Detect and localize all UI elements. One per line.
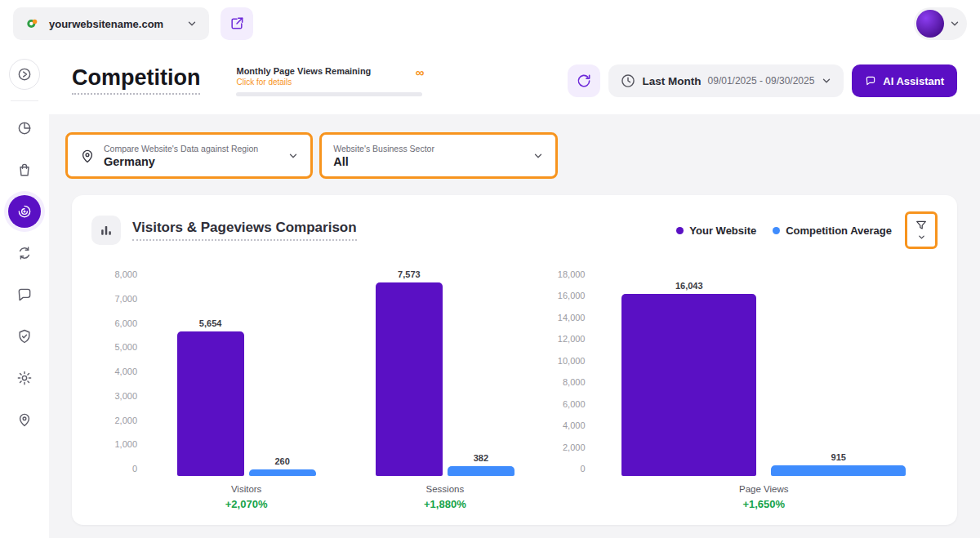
y-axis-tick: 6,000 [563, 399, 586, 409]
map-pin-icon [79, 148, 96, 164]
bar-column: 16,043 [621, 281, 756, 476]
region-filter-dropdown[interactable]: Compare Website's Data against Region Ge… [65, 132, 313, 179]
refresh-icon [576, 73, 592, 89]
avatar [916, 10, 944, 38]
y-axis-tick: 18,000 [558, 269, 586, 279]
date-range-selector[interactable]: Last Month 09/01/2025 - 09/30/2025 [608, 64, 844, 97]
chart-legend: Your Website Competition Average [676, 225, 892, 237]
open-site-button[interactable] [220, 7, 253, 40]
bar-value-label: 260 [274, 456, 289, 466]
chevron-down-icon [532, 150, 544, 162]
y-axis-tick: 12,000 [558, 334, 586, 344]
chevron-down-icon [287, 150, 299, 162]
y-axis-tick: 7,000 [114, 294, 137, 304]
legend-label: Competition Average [786, 225, 892, 237]
region-filter-label: Compare Website's Data against Region [104, 144, 258, 153]
sidebar [0, 47, 49, 538]
bar-column: 260 [249, 456, 316, 476]
period-range: 09/01/2025 - 09/30/2025 [708, 75, 815, 87]
sidebar-divider [11, 100, 38, 101]
chart-filter-button[interactable] [905, 211, 938, 249]
site-selector[interactable]: yourwebsitename.com [13, 7, 209, 40]
bar-value-label: 382 [474, 453, 488, 463]
settings-icon [16, 370, 33, 386]
category-label: Sessions [426, 484, 465, 494]
quota-details-link[interactable]: Click for details [236, 78, 422, 87]
clock-icon [620, 73, 636, 89]
sector-filter-dropdown[interactable]: Website's Business Sector All [319, 132, 558, 179]
bar-column: 5,654 [177, 318, 244, 476]
y-axis-tick: 8,000 [563, 377, 586, 387]
pie-chart-icon [16, 120, 33, 136]
category-label: Page Views [739, 484, 789, 494]
chat-icon [865, 75, 876, 87]
chevron-down-icon [949, 18, 960, 29]
topbar: yourwebsitename.com [0, 0, 980, 47]
bar-column: 915 [771, 452, 906, 476]
engagement-icon [16, 245, 33, 261]
legend-dot [773, 227, 780, 234]
chart-title: Visitors & Pageviews Comparison [132, 220, 357, 241]
y-axis-tick: 5,000 [114, 342, 137, 352]
y-axis-tick: 8,000 [114, 269, 137, 279]
geolocation-icon [16, 411, 33, 428]
y-axis-left: 8,0007,0006,0005,0004,0003,0002,0001,000… [96, 269, 147, 474]
sidebar-item-launch[interactable] [9, 59, 40, 90]
y-axis-tick: 4,000 [563, 420, 586, 430]
sidebar-item-ecommerce[interactable] [8, 153, 41, 186]
chart-group-page-views: 16,043915Page Views+1,650% [595, 269, 933, 510]
y-axis-tick: 10,000 [558, 356, 586, 366]
quota-progress-bar [236, 92, 422, 96]
main-content: Competition Monthly Page Views Remaining… [49, 0, 980, 525]
bar-chart-icon [91, 216, 121, 245]
sidebar-item-engagement[interactable] [8, 237, 41, 269]
external-link-icon [229, 16, 245, 32]
chevron-down-icon [186, 18, 198, 29]
security-icon [16, 328, 33, 345]
sidebar-item-security[interactable] [8, 320, 41, 353]
ai-assistant-button[interactable]: AI Assistant [852, 64, 957, 97]
sidebar-item-geolocation[interactable] [8, 403, 41, 436]
chart-group-visitors: 5,654260Visitors+2,070% [147, 269, 345, 510]
page-header: Competition Monthly Page Views Remaining… [49, 47, 980, 114]
region-filter-value: Germany [104, 155, 258, 168]
chart-group-sessions: 7,573382Sessions+1,880% [345, 269, 544, 510]
y-axis-tick: 4,000 [114, 367, 137, 376]
delta-label: +1,880% [424, 498, 466, 510]
site-logo-icon [24, 16, 41, 32]
bar-competition-average-sessions [448, 466, 514, 476]
legend-item-your-website[interactable]: Your Website [676, 225, 756, 237]
y-axis-tick: 2,000 [114, 416, 137, 425]
bar-chart: 8,0007,0006,0005,0004,0003,0002,0001,000… [91, 269, 938, 510]
bar-pair: 16,043915 [621, 269, 906, 476]
card-header: Visitors & Pageviews Comparison Your Web… [91, 211, 938, 249]
y-axis-tick: 1,000 [114, 439, 137, 449]
bar-column: 7,573 [376, 269, 443, 476]
shopping-bag-icon [16, 162, 33, 178]
bar-pair: 5,654260 [177, 269, 316, 476]
sidebar-item-overview[interactable] [8, 112, 41, 145]
site-name: yourwebsitename.com [49, 18, 163, 30]
delta-label: +1,650% [742, 498, 785, 510]
quota-label: Monthly Page Views Remaining [236, 66, 422, 76]
filters-row: Compare Website's Data against Region Ge… [49, 114, 980, 179]
sidebar-item-feedback[interactable] [8, 278, 41, 311]
y-axis-tick: 0 [580, 464, 585, 474]
sector-filter-label: Website's Business Sector [333, 144, 434, 153]
bar-pair: 7,573382 [376, 269, 514, 476]
chevron-down-icon [917, 233, 926, 242]
quota-widget: Monthly Page Views Remaining Click for d… [236, 66, 422, 96]
legend-item-competition-average[interactable]: Competition Average [773, 225, 892, 237]
bar-competition-average-visitors [249, 469, 316, 476]
sidebar-item-competition[interactable] [8, 195, 41, 228]
bar-value-label: 5,654 [199, 318, 222, 328]
bar-your-website-sessions [376, 282, 443, 476]
funnel-icon [915, 219, 928, 232]
chevron-down-icon [821, 75, 832, 87]
refresh-button[interactable] [568, 64, 600, 97]
header-actions: Last Month 09/01/2025 - 09/30/2025 AI As… [568, 64, 957, 97]
sidebar-item-settings[interactable] [8, 362, 41, 394]
y-axis-tick: 14,000 [558, 313, 586, 322]
page-title: Competition [72, 67, 200, 95]
account-menu[interactable] [914, 7, 967, 40]
